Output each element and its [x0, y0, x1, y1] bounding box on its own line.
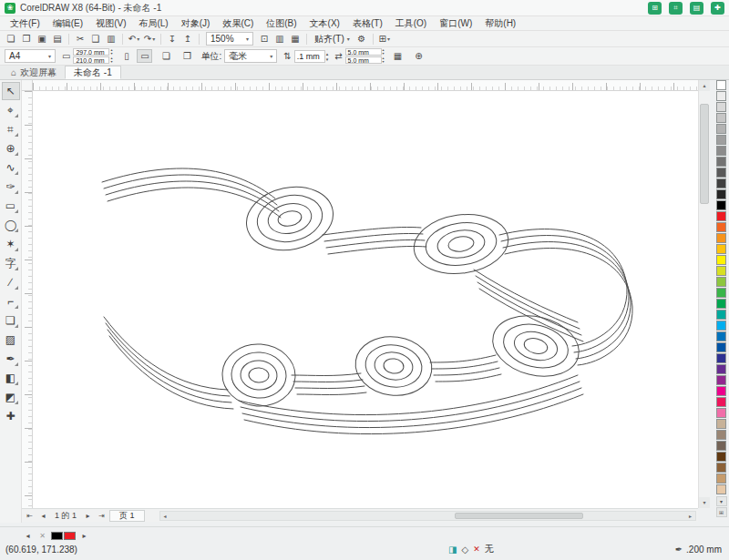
menu-item-file[interactable]: 文件(F)	[4, 16, 46, 31]
palette-swatch-3[interactable]	[716, 113, 726, 123]
scroll-down-arrow[interactable]: ▾	[699, 497, 710, 508]
zoom-tool[interactable]: ⊕	[2, 139, 20, 158]
toolbar-undo[interactable]: ↶▾	[127, 32, 141, 46]
menu-item-edit[interactable]: 编辑(E)	[46, 16, 89, 31]
palette-swatch-31[interactable]	[716, 419, 726, 429]
pick-tool[interactable]: ↖	[2, 82, 20, 100]
toolbar-print[interactable]: ▤	[50, 32, 65, 46]
palette-swatch-20[interactable]	[716, 299, 726, 309]
doc-palette-swatch-1[interactable]	[64, 532, 76, 540]
palette-swatch-12[interactable]	[716, 211, 726, 221]
palette-swatch-14[interactable]	[716, 233, 726, 243]
palette-swatch-18[interactable]	[716, 277, 726, 287]
palette-swatch-17[interactable]	[716, 266, 726, 276]
palette-swatch-15[interactable]	[716, 244, 726, 254]
palette-swatch-25[interactable]	[716, 353, 726, 363]
palette-swatch-10[interactable]	[716, 189, 726, 199]
toolbar-save[interactable]: ▣	[35, 32, 49, 46]
menu-item-tools[interactable]: 工具(O)	[389, 16, 433, 31]
doc-palette-no-color[interactable]: ✕	[36, 532, 48, 540]
palette-swatch-8[interactable]	[716, 168, 726, 178]
vertical-scrollbar[interactable]: ▴ ▾	[698, 80, 710, 508]
menu-item-table[interactable]: 表格(T)	[346, 16, 389, 31]
page-1-tab[interactable]: 页 1	[109, 510, 145, 522]
color-eyedropper-tool[interactable]: ✒	[2, 350, 20, 368]
tab-welcome-screen[interactable]: ⌂ 欢迎屏幕	[3, 66, 65, 79]
palette-flyout-button[interactable]: ⊞	[716, 507, 727, 517]
customize-toolbox-tool[interactable]: ✚	[2, 407, 20, 425]
palette-swatch-35[interactable]	[716, 463, 726, 473]
palette-swatch-34[interactable]	[716, 452, 726, 462]
palette-swatch-26[interactable]	[716, 364, 726, 374]
menu-item-help[interactable]: 帮助(H)	[478, 16, 522, 31]
doc-palette-swatch-0[interactable]	[51, 532, 63, 540]
landscape-button[interactable]: ▭	[137, 49, 152, 63]
toolbar-copy[interactable]: ❑	[88, 32, 103, 46]
palette-swatch-0[interactable]	[716, 80, 726, 90]
doc-palette-right-arrow[interactable]: ▸	[78, 532, 90, 540]
toolbar-import[interactable]: ↧	[165, 32, 180, 46]
doc-palette-left-arrow[interactable]: ◂	[22, 532, 34, 540]
scroll-up-arrow[interactable]: ▴	[699, 80, 710, 91]
toolbar-redo[interactable]: ↷▾	[142, 32, 157, 46]
duplicate-x-spinner[interactable]: 5.0 mm ▴▾	[345, 48, 385, 56]
horizontal-scrollbar[interactable]: ◂ ▸	[159, 511, 696, 521]
freehand-tool[interactable]: ∿	[2, 158, 20, 177]
vertical-scroll-track[interactable]	[699, 91, 710, 497]
palette-swatch-32[interactable]	[716, 430, 726, 440]
propbar-more-options[interactable]: ⊕	[412, 49, 426, 63]
vertical-ruler[interactable]	[22, 91, 33, 508]
propbar-grid-toggle[interactable]: ▦	[391, 49, 406, 63]
text-tool[interactable]: 字	[2, 254, 20, 272]
palette-swatch-27[interactable]	[716, 375, 726, 385]
palette-swatch-24[interactable]	[716, 342, 726, 352]
horizontal-ruler[interactable]	[33, 80, 698, 91]
palette-scroll-down-button[interactable]: ▾	[716, 496, 727, 506]
menu-item-layout[interactable]: 布局(L)	[132, 16, 174, 31]
toolbar-options[interactable]: ⚙	[354, 32, 369, 46]
next-page-button[interactable]: ▸	[82, 512, 94, 520]
prev-page-button[interactable]: ◂	[37, 512, 49, 520]
horizontal-scroll-thumb[interactable]	[455, 513, 583, 519]
artistic-media-tool[interactable]: ✑	[2, 178, 20, 196]
propbar-current-page-size[interactable]: ❏	[159, 49, 173, 63]
spin-down-icon[interactable]: ▾	[383, 60, 385, 64]
scroll-left-arrow[interactable]: ◂	[160, 513, 170, 519]
snap-to-dropdown[interactable]: 贴齐(T) ▾	[311, 33, 354, 46]
connector-tool[interactable]: ⌐	[2, 292, 20, 311]
toolbar-export[interactable]: ↥	[180, 32, 195, 46]
palette-swatch-23[interactable]	[716, 331, 726, 341]
drop-shadow-tool[interactable]: ❏	[2, 311, 20, 330]
nudge-spinner[interactable]: .1 mm ▴▾	[294, 50, 329, 63]
interactive-fill-tool[interactable]: ◧	[2, 369, 20, 387]
toolbar-open[interactable]: ❐	[19, 32, 34, 46]
parallel-dimension-tool[interactable]: ∕	[2, 273, 20, 291]
toolbar-new-document[interactable]: ❏	[4, 32, 18, 46]
palette-swatch-5[interactable]	[716, 135, 726, 145]
drawing-canvas[interactable]	[33, 91, 698, 508]
toolbar-cut[interactable]: ✂	[73, 32, 87, 46]
page-height-spinner[interactable]: 210.0 mm ▴▾	[73, 56, 112, 64]
shape-tool[interactable]: ⌖	[2, 101, 20, 119]
palette-swatch-36[interactable]	[716, 473, 726, 484]
zoom-level-combo[interactable]: 150% ▾	[206, 32, 253, 46]
toolbar-application-launcher[interactable]: ⊞▾	[377, 32, 392, 46]
palette-swatch-7[interactable]	[716, 157, 726, 167]
palette-swatch-11[interactable]	[716, 200, 726, 210]
vertical-scroll-thumb[interactable]	[700, 104, 709, 204]
toolbar-show-grid[interactable]: ▦	[288, 32, 303, 46]
first-page-button[interactable]: ⇤	[24, 512, 36, 520]
transparency-tool[interactable]: ▨	[2, 331, 20, 349]
ellipse-tool[interactable]: ◯	[2, 216, 20, 234]
palette-swatch-9[interactable]	[716, 178, 726, 188]
titlebar-action-4-button[interactable]: ✚	[711, 2, 724, 15]
page-size-combo[interactable]: A4 ▾	[5, 49, 56, 63]
propbar-all-pages-size[interactable]: ❐	[180, 49, 194, 63]
toolbar-full-screen-preview[interactable]: ⊡	[257, 32, 272, 46]
toolbar-paste[interactable]: ▥	[104, 32, 118, 46]
crop-tool[interactable]: ⌗	[2, 120, 20, 138]
palette-swatch-4[interactable]	[716, 124, 726, 134]
page-width-spinner[interactable]: 297.0 mm ▴▾	[73, 48, 112, 56]
menu-item-effects[interactable]: 效果(C)	[216, 16, 260, 31]
titlebar-action-1-button[interactable]: ⊞	[648, 2, 662, 15]
